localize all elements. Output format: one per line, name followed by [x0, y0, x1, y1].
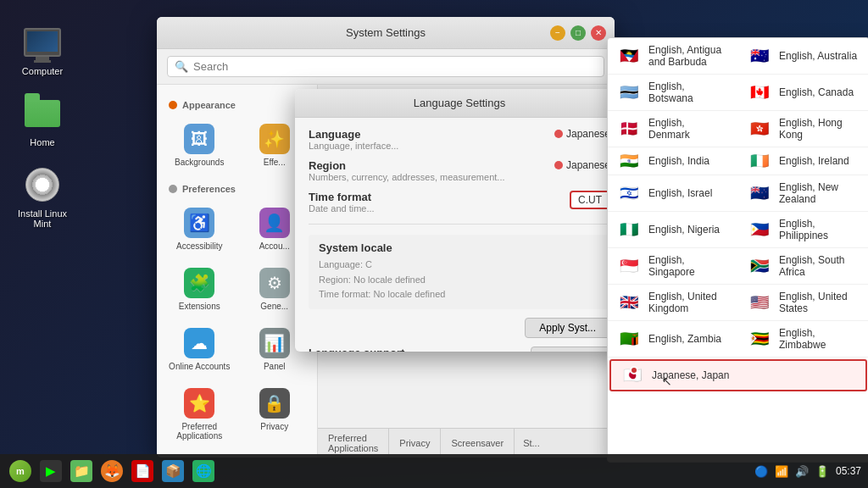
label-en-hk: English, Hong Kong — [779, 117, 859, 141]
taskbar: m ▶ 📁 🦊 📄 📦 🌐 🔵 📶 🔊 🔋 05:37 — [0, 454, 868, 488]
label-en-au: English, Australia — [779, 50, 857, 62]
effects-label: Effe... — [264, 158, 286, 167]
sidebar-item-accessibility[interactable]: ♿ Accessibility — [164, 201, 236, 258]
label-en-dk: English, Denmark — [648, 117, 728, 141]
dropdown-item-en-ca[interactable]: 🇨🇦 English, Canada — [738, 75, 868, 111]
preferred-apps-icon: ⭐ — [184, 388, 214, 419]
locale-line-2: Region: No locale defined — [319, 273, 600, 288]
mint-logo: m — [9, 460, 31, 482]
tab-screensaver[interactable]: Screensaver — [441, 429, 515, 458]
backgrounds-label: Backgrounds — [175, 158, 224, 167]
dropdown-item-en-in[interactable]: 🇮🇳 English, India — [608, 147, 738, 175]
minimize-button[interactable]: − — [550, 25, 565, 41]
lang-label-language: Language — [309, 128, 546, 141]
bottom-tabs: PreferredApplications Privacy Screensave… — [318, 428, 615, 458]
dropdown-item-en-nz[interactable]: 🇳🇿 English, New Zealand — [738, 175, 868, 212]
dropdown-item-en-au[interactable]: 🇦🇺 English, Australia — [738, 38, 868, 75]
accessibility-label: Accessibility — [176, 241, 222, 251]
general-label: Gene... — [260, 302, 288, 311]
dropdown-item-en-gb[interactable]: 🇬🇧 English, United Kingdom — [608, 285, 738, 321]
apply-system-button[interactable]: Apply Syst... — [525, 318, 610, 338]
label-en-il: English, Israel — [648, 187, 712, 199]
flag-en-bw: 🇧🇼 — [618, 85, 640, 100]
dropdown-item-en-zm[interactable]: 🇿🇲 English, Zambia — [608, 321, 738, 358]
label-en-ie: English, Ireland — [779, 155, 849, 167]
dropdown-item-en-us[interactable]: 🇺🇸 English, United States — [738, 285, 868, 321]
lang-value-text-region: Japanese — [566, 159, 610, 171]
label-en-bw: English, Botswana — [648, 80, 728, 104]
desktop-icon-install[interactable]: Install Linux Mint — [8, 159, 76, 234]
selected-dot — [630, 366, 638, 374]
dropdown-item-en-sg[interactable]: 🇸🇬 English, Singapore — [608, 248, 738, 285]
install-remove-button[interactable]: Install / Remo... — [531, 347, 610, 352]
settings-icon: 🌐 — [192, 460, 214, 482]
sidebar-item-privacy[interactable]: 🔒 Privacy — [239, 381, 311, 447]
dropdown-item-en-bw[interactable]: 🇧🇼 English, Botswana — [608, 75, 738, 111]
preferences-dot — [169, 185, 177, 193]
dropdown-item-en-ag[interactable]: 🇦🇬 English, Antigua and Barbuda — [608, 38, 738, 75]
dropdown-item-en-il[interactable]: 🇮🇱 English, Israel — [608, 175, 738, 212]
computer-icon-label: Computer — [22, 66, 63, 76]
close-button[interactable]: ✕ — [591, 25, 606, 41]
lang-support-info: Language support 24 languages installed — [309, 347, 404, 352]
dropdown-item-en-zw[interactable]: 🇿🇼 English, Zimbabwe — [738, 321, 868, 358]
label-en-ag: English, Antigua and Barbuda — [648, 44, 728, 68]
lang-desc-time-format: Date and time... — [309, 203, 561, 214]
general-icon: ⚙ — [259, 268, 290, 298]
label-en-za: English, South Africa — [779, 254, 859, 278]
maximize-button[interactable]: □ — [570, 25, 586, 41]
taskbar-text-editor[interactable]: 📄 — [129, 458, 156, 485]
dropdown-item-en-hk[interactable]: 🇭🇰 English, Hong Kong — [738, 111, 868, 147]
search-wrap[interactable]: 🔍 — [167, 56, 604, 77]
online-accounts-label: Online Accounts — [169, 362, 230, 371]
time-format-value[interactable]: C.UT — [570, 191, 610, 209]
lang-desc-region: Numbers, currency, addresses, measuremen… — [309, 172, 546, 182]
flag-en-ie: 🇮🇪 — [748, 153, 771, 169]
dropdown-item-en-ng[interactable]: 🇳🇬 English, Nigeria — [608, 212, 738, 248]
appearance-label: Appearance — [182, 100, 236, 110]
settings-titlebar: System Settings − □ ✕ — [157, 17, 615, 49]
tab-preferred-apps[interactable]: PreferredApplications — [318, 429, 389, 458]
flag-en-gb: 🇬🇧 — [618, 295, 640, 310]
desktop: Computer Home Install Linux Mint System … — [0, 0, 868, 488]
taskbar-terminal[interactable]: ▶ — [37, 458, 64, 485]
taskbar-software[interactable]: 📦 — [159, 458, 186, 485]
taskbar-settings[interactable]: 🌐 — [190, 458, 217, 485]
lang-divider — [309, 224, 610, 225]
desktop-icon-computer[interactable]: Computer — [8, 17, 76, 81]
sidebar-item-backgrounds[interactable]: 🖼 Backgrounds — [164, 117, 236, 174]
search-input[interactable] — [193, 60, 597, 73]
label-en-in: English, India — [648, 155, 709, 167]
flag-en-il: 🇮🇱 — [618, 186, 640, 201]
install-icon-label: Install Linux Mint — [14, 208, 71, 229]
label-en-zw: English, Zimbabwe — [779, 327, 859, 351]
accounts-icon: 👤 — [259, 208, 290, 238]
taskbar-mint-menu[interactable]: m — [7, 458, 34, 485]
lang-value-region[interactable]: Japanese — [554, 159, 610, 171]
taskbar-files[interactable]: 📁 — [68, 458, 95, 485]
settings-sidebar: Appearance 🖼 Backgrounds ✨ Effe... Prefe… — [157, 85, 318, 458]
desktop-icon-home[interactable]: Home — [8, 88, 76, 152]
sidebar-item-extensions[interactable]: 🧩 Extensions — [164, 261, 236, 318]
sidebar-item-online-accounts[interactable]: ☁ Online Accounts — [164, 321, 236, 378]
language-dropdown[interactable]: 🇦🇬 English, Antigua and Barbuda 🇦🇺 Engli… — [607, 37, 868, 463]
tab-st[interactable]: St... — [515, 429, 548, 458]
lang-value-text-language: Japanese — [566, 128, 610, 140]
flag-en-zm: 🇿🇲 — [618, 331, 640, 347]
lang-value-language[interactable]: Japanese — [554, 128, 610, 140]
accessibility-icon: ♿ — [184, 208, 214, 238]
dropdown-item-en-ie[interactable]: 🇮🇪 English, Ireland — [738, 147, 868, 175]
files-icon: 📁 — [70, 460, 92, 482]
dropdown-item-en-ph[interactable]: 🇵🇭 English, Philippines — [738, 212, 868, 248]
preferences-label: Preferences — [182, 184, 236, 194]
lang-row-language: Language Language, interface... Japanese — [309, 128, 610, 151]
extensions-label: Extensions — [179, 302, 220, 311]
taskbar-firefox[interactable]: 🦊 — [98, 458, 125, 485]
tab-privacy[interactable]: Privacy — [389, 429, 441, 458]
dropdown-item-ja-jp[interactable]: 🇯🇵 Japanese, Japan ↖ — [609, 359, 867, 391]
dropdown-item-en-za[interactable]: 🇿🇦 English, South Africa — [738, 248, 868, 285]
dropdown-item-en-dk[interactable]: 🇩🇰 English, Denmark — [608, 111, 738, 147]
sidebar-item-preferred-apps[interactable]: ⭐ Preferred Applications — [164, 381, 236, 447]
bluetooth-icon: 🔵 — [754, 465, 768, 478]
search-bar: 🔍 — [157, 49, 615, 85]
